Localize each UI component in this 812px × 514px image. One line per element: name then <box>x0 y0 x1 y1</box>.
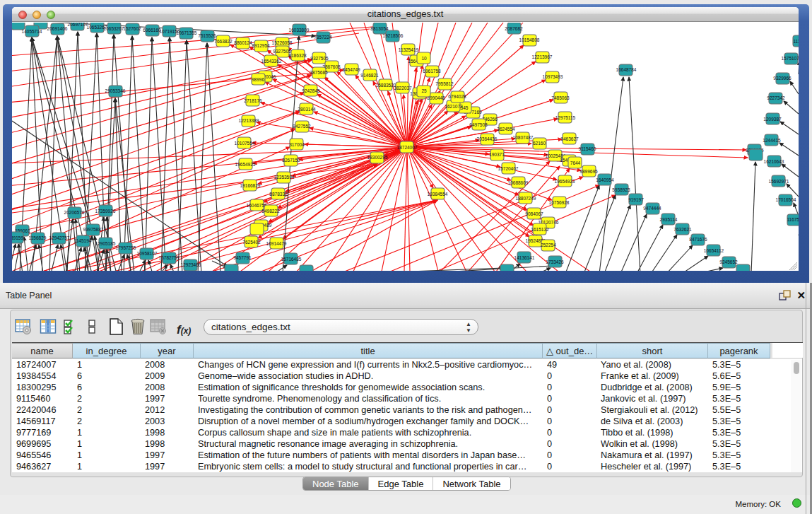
svg-text:9474444: 9474444 <box>643 206 661 211</box>
svg-text:16543362: 16543362 <box>261 59 282 64</box>
svg-text:29053346: 29053346 <box>105 88 126 93</box>
svg-text:8860124: 8860124 <box>234 40 252 45</box>
svg-text:9115460: 9115460 <box>579 146 596 151</box>
svg-text:10688609: 10688609 <box>508 180 529 185</box>
svg-text:1621072: 1621072 <box>445 104 463 109</box>
svg-text:3822037: 3822037 <box>394 86 412 90</box>
svg-text:5938923: 5938923 <box>612 187 630 192</box>
svg-text:9146821: 9146821 <box>360 73 379 78</box>
svg-text:1527602: 1527602 <box>123 26 141 31</box>
svg-text:10973493: 10973493 <box>543 74 563 79</box>
svg-text:19654925: 19654925 <box>235 162 256 167</box>
svg-text:12975115: 12975115 <box>555 115 576 120</box>
svg-text:1156829: 1156829 <box>29 235 47 240</box>
svg-text:14055714: 14055714 <box>22 29 42 34</box>
svg-text:20206576: 20206576 <box>64 210 85 215</box>
svg-text:2935114: 2935114 <box>660 217 678 222</box>
svg-text:19166829: 19166829 <box>240 183 261 188</box>
svg-text:12213389: 12213389 <box>239 118 259 123</box>
svg-text:9899695: 9899695 <box>579 169 598 174</box>
svg-text:16210643: 16210643 <box>764 159 784 164</box>
svg-text:17359926: 17359926 <box>95 209 116 214</box>
svg-text:9463627: 9463627 <box>560 136 579 141</box>
svg-text:8471676: 8471676 <box>689 237 707 242</box>
svg-text:19654923: 19654923 <box>555 179 575 184</box>
svg-text:12923466: 12923466 <box>181 262 201 267</box>
svg-text:7955812: 7955812 <box>435 81 454 86</box>
svg-text:6961758: 6961758 <box>423 69 441 74</box>
svg-text:3624554: 3624554 <box>497 127 515 132</box>
svg-text:1244415: 1244415 <box>763 138 781 143</box>
svg-text:116753: 116753 <box>787 217 799 222</box>
svg-text:10154808: 10154808 <box>519 37 540 42</box>
svg-text:1145194: 1145194 <box>74 238 92 243</box>
svg-text:10653267: 10653267 <box>104 26 124 31</box>
svg-text:7515526: 7515526 <box>198 33 216 38</box>
svg-text:25: 25 <box>421 88 427 93</box>
svg-text:9227342: 9227342 <box>767 95 785 100</box>
svg-text:8813054: 8813054 <box>370 26 389 31</box>
svg-text:1640954: 1640954 <box>596 177 614 182</box>
svg-text:10958107: 10958107 <box>137 251 158 256</box>
svg-text:15226058: 15226058 <box>272 40 293 45</box>
svg-text:8878332: 8878332 <box>269 192 288 197</box>
svg-text:12905185: 12905185 <box>95 241 116 246</box>
svg-text:7644: 7644 <box>570 160 581 165</box>
svg-text:16033809: 16033809 <box>289 28 310 33</box>
svg-text:15720407: 15720407 <box>498 166 519 171</box>
svg-text:3875685: 3875685 <box>310 70 328 75</box>
svg-text:2087682: 2087682 <box>505 26 523 31</box>
svg-text:15751074: 15751074 <box>782 56 799 61</box>
svg-text:17016504: 17016504 <box>776 197 796 202</box>
svg-text:1615132: 1615132 <box>531 227 549 232</box>
svg-text:15716485: 15716485 <box>281 257 302 262</box>
svg-text:62160: 62160 <box>533 141 546 146</box>
svg-text:12213967: 12213967 <box>532 54 553 59</box>
svg-text:17957255: 17957255 <box>116 245 136 250</box>
svg-text:14136141: 14136141 <box>514 255 535 260</box>
svg-text:7485063: 7485063 <box>551 95 570 100</box>
svg-text:98996: 98996 <box>252 77 264 82</box>
svg-text:11325419: 11325419 <box>399 47 419 52</box>
svg-text:11175: 11175 <box>793 39 799 44</box>
svg-text:16914479: 16914479 <box>266 241 287 246</box>
svg-text:93975887: 93975887 <box>83 227 104 232</box>
svg-text:317004: 317004 <box>289 142 305 147</box>
svg-text:9327505: 9327505 <box>310 56 329 61</box>
svg-text:20364436: 20364436 <box>477 136 498 141</box>
svg-text:8427552: 8427552 <box>293 124 311 129</box>
svg-text:8186328: 8186328 <box>288 53 307 58</box>
svg-text:12942757: 12942757 <box>49 235 70 240</box>
svg-text:9457791: 9457791 <box>233 255 252 260</box>
svg-text:12353594: 12353594 <box>274 175 295 180</box>
svg-text:9242845: 9242845 <box>302 88 320 93</box>
svg-text:16782759: 16782759 <box>159 255 180 260</box>
svg-text:190371: 190371 <box>489 152 505 157</box>
svg-text:8912954: 8912954 <box>252 43 270 48</box>
svg-text:6966160: 6966160 <box>143 28 161 33</box>
svg-text:20697107: 20697107 <box>68 23 88 27</box>
svg-text:7632621: 7632621 <box>673 227 692 232</box>
svg-text:6794028: 6794028 <box>448 94 466 99</box>
svg-text:10: 10 <box>421 56 427 61</box>
svg-text:10654112: 10654112 <box>704 248 724 253</box>
svg-text:1209387: 1209387 <box>763 117 782 122</box>
svg-text:1733426: 1733426 <box>546 259 564 264</box>
svg-text:15692971: 15692971 <box>769 179 789 184</box>
svg-text:39159: 39159 <box>12 235 23 240</box>
svg-text:18300295: 18300295 <box>367 155 388 160</box>
svg-text:2718176: 2718176 <box>244 98 262 103</box>
svg-text:6497508: 6497508 <box>469 122 488 127</box>
svg-text:10671355: 10671355 <box>177 30 197 35</box>
svg-text:8267150: 8267150 <box>282 158 300 163</box>
svg-text:7857224: 7857224 <box>314 35 332 40</box>
svg-text:252254: 252254 <box>541 243 556 247</box>
svg-text:9084067: 9084067 <box>525 211 543 216</box>
svg-text:9245652: 9245652 <box>719 259 738 264</box>
svg-text:18807249: 18807249 <box>516 196 536 201</box>
svg-text:2803144: 2803144 <box>298 107 316 112</box>
svg-text:7663822: 7663822 <box>214 39 233 44</box>
svg-text:19218506: 19218506 <box>383 33 404 38</box>
svg-text:10107554: 10107554 <box>235 141 255 146</box>
svg-text:9329966: 9329966 <box>773 76 792 81</box>
